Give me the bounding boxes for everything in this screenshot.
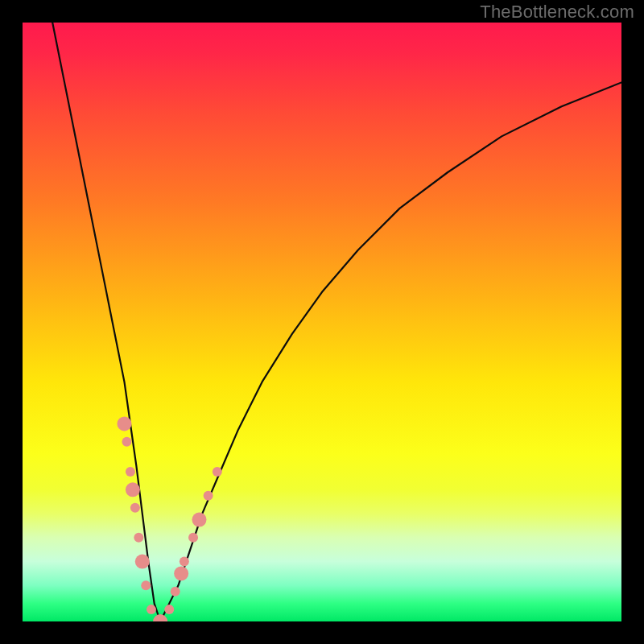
data-marker: [204, 491, 213, 501]
data-marker: [188, 533, 198, 543]
data-marker: [126, 482, 140, 497]
data-marker: [174, 566, 188, 580]
data-marker: [126, 467, 135, 477]
watermark-text: TheBottleneck.com: [480, 2, 634, 23]
data-marker: [192, 513, 206, 527]
data-marker: [164, 605, 174, 614]
chart-svg: [23, 23, 621, 621]
data-marker: [130, 503, 140, 513]
data-marker: [135, 555, 150, 569]
data-marker: [134, 533, 143, 543]
data-marker: [213, 467, 222, 477]
data-marker: [141, 580, 151, 590]
data-marker: [171, 587, 180, 597]
data-marker: [117, 416, 131, 431]
outer-frame: TheBottleneck.com: [0, 0, 644, 644]
data-marker: [147, 605, 156, 614]
plot-area: [23, 23, 621, 621]
data-marker: [180, 557, 189, 567]
data-marker: [122, 437, 131, 447]
